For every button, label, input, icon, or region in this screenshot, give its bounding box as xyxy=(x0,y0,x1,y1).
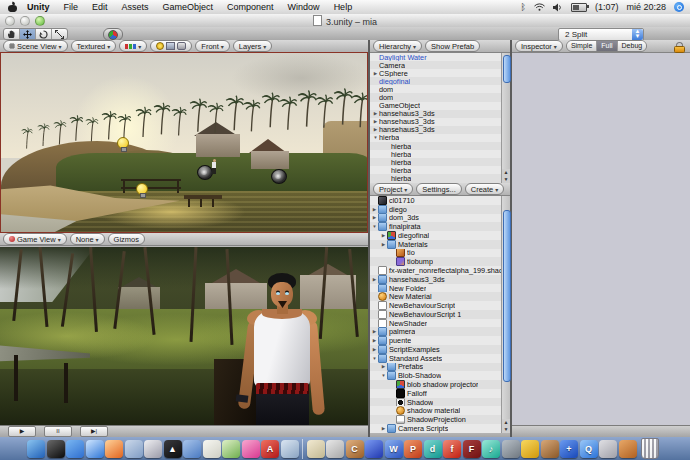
expand-arrow-icon[interactable]: ▼ xyxy=(380,373,387,378)
project-item-new-material[interactable]: New Material xyxy=(370,292,501,301)
hierarchy-scroll-thumb[interactable] xyxy=(503,55,511,83)
menu-window[interactable]: Window xyxy=(288,2,320,12)
project-item-shadowprojection[interactable]: ShadowProjection xyxy=(370,415,501,424)
expand-arrow-icon[interactable]: ▶ xyxy=(371,207,378,212)
expand-arrow-icon[interactable]: ▶ xyxy=(380,364,387,369)
menu-gameobject[interactable]: GameObject xyxy=(163,2,214,12)
project-item-newbehaviourscript[interactable]: NewBehaviourScript xyxy=(370,301,501,310)
project-item-newshader[interactable]: NewShader xyxy=(370,319,501,328)
hierarchy-item-hierba[interactable]: hierba xyxy=(370,166,501,174)
spotlight-icon[interactable] xyxy=(674,2,684,12)
hierarchy-item-daylight-water[interactable]: Daylight Water xyxy=(370,53,501,61)
menu-assets[interactable]: Assets xyxy=(122,2,149,12)
dock-freehand[interactable]: F xyxy=(463,440,481,458)
aspect-dropdown[interactable]: None▾ xyxy=(70,233,105,245)
menu-file[interactable]: File xyxy=(64,2,79,12)
light-gizmo-icon[interactable] xyxy=(117,137,128,148)
shading-mode-dropdown[interactable]: Textured▾ xyxy=(71,40,117,52)
project-item-fx-water-nonreflectalpha-199-shader[interactable]: fx-water_nonreflectalpha_199.shader xyxy=(370,266,501,275)
scene-viewport[interactable] xyxy=(0,52,368,233)
game-viewport[interactable] xyxy=(0,247,368,425)
volume-icon[interactable] xyxy=(553,3,563,12)
apple-menu-icon[interactable] xyxy=(8,3,17,12)
project-item-hansehaus3-3ds[interactable]: ▶hansehaus3_3ds xyxy=(370,275,501,284)
project-item-blob-shadow[interactable]: ▼Blob-Shadow xyxy=(370,371,501,380)
show-prefab-button[interactable]: Show Prefab xyxy=(425,40,480,52)
trash-icon[interactable] xyxy=(641,438,659,459)
layers-dropdown[interactable]: Layers▾ xyxy=(233,40,273,52)
project-item-newbehaviourscript-1[interactable]: NewBehaviourScript 1 xyxy=(370,310,501,319)
project-item-cl01710[interactable]: cl01710 xyxy=(370,196,501,205)
dock-quicktime[interactable]: Q xyxy=(580,440,598,458)
light-gizmo-icon-2[interactable] xyxy=(136,183,147,194)
dock-notes[interactable] xyxy=(307,440,325,458)
project-item-prefabs[interactable]: ▶Prefabs xyxy=(370,363,501,372)
hierarchy-item-hansehaus3-3ds[interactable]: ▶hansehaus3_3ds xyxy=(370,126,501,134)
hierarchy-item-hierba[interactable]: hierba xyxy=(370,158,501,166)
dock-rocket-photo[interactable] xyxy=(281,440,299,458)
lock-icon[interactable] xyxy=(674,42,684,51)
dock-kangaroo-app[interactable] xyxy=(619,440,637,458)
hierarchy-item-hierba[interactable]: hierba xyxy=(370,142,501,150)
menu-help[interactable]: Help xyxy=(334,2,353,12)
project-item-diego[interactable]: ▶diego xyxy=(370,205,501,214)
dock-flash[interactable]: f xyxy=(443,440,461,458)
play-button[interactable]: ▶ xyxy=(8,426,36,437)
scene-lighting-icon[interactable] xyxy=(156,42,164,50)
project-item-dom-3ds[interactable]: ▶dom_3ds xyxy=(370,214,501,223)
dock-white-flower[interactable] xyxy=(203,440,221,458)
pan-tool-icon[interactable] xyxy=(4,29,20,39)
render-mode-dropdown[interactable]: ▾ xyxy=(119,40,147,52)
dock-itunes[interactable]: ♪ xyxy=(482,440,500,458)
gizmos-button[interactable]: Gizmos xyxy=(108,233,145,245)
scene-camera-dropdown[interactable]: Front▾ xyxy=(195,40,230,52)
hierarchy-item-csphere[interactable]: ▶CSphere xyxy=(370,69,501,77)
hierarchy-item-dom[interactable]: dom xyxy=(370,93,501,101)
expand-arrow-icon[interactable]: ▶ xyxy=(380,233,387,238)
skybox-icon[interactable] xyxy=(166,42,175,50)
dock-blue-grid-app[interactable]: + xyxy=(560,440,578,458)
dock-iphoto[interactable] xyxy=(144,440,162,458)
rotate-tool-icon[interactable] xyxy=(36,29,52,39)
expand-arrow-icon[interactable]: ▶ xyxy=(380,242,387,247)
hierarchy-item-hansehaus3-3ds[interactable]: ▶hansehaus3_3ds xyxy=(370,110,501,118)
scale-tool-icon[interactable] xyxy=(52,29,67,39)
audio-gizmo-icon-2[interactable] xyxy=(271,169,287,184)
menu-unity[interactable]: Unity xyxy=(27,2,50,12)
project-item-materials[interactable]: ▶Materials xyxy=(370,240,501,249)
expand-arrow-icon[interactable]: ▶ xyxy=(371,338,378,343)
hierarchy-item-hierba[interactable]: ▼hierba xyxy=(370,134,501,142)
expand-arrow-icon[interactable]: ▶ xyxy=(371,329,378,334)
menu-component[interactable]: Component xyxy=(227,2,274,12)
project-item-new-folder[interactable]: New Folder xyxy=(370,284,501,293)
dock-messenger[interactable] xyxy=(66,440,84,458)
step-button[interactable]: ▶| xyxy=(80,426,108,437)
project-item-tio[interactable]: tio xyxy=(370,249,501,258)
expand-arrow-icon[interactable]: ▶ xyxy=(371,277,378,282)
dock-pages[interactable] xyxy=(183,440,201,458)
inspector-dropdown[interactable]: Inspector▾ xyxy=(515,40,563,52)
dock-safari[interactable] xyxy=(86,440,104,458)
project-scroll-arrows[interactable]: ▲▼ xyxy=(501,419,510,433)
project-item-puente[interactable]: ▶puente xyxy=(370,336,501,345)
hierarchy-item-diegofinal[interactable]: diegofinal xyxy=(370,77,501,85)
scene-view-dropdown[interactable]: Scene View▾ xyxy=(3,40,68,52)
project-dropdown[interactable]: Project▾ xyxy=(373,183,413,195)
expand-arrow-icon[interactable]: ▼ xyxy=(371,224,378,229)
expand-arrow-icon[interactable]: ▶ xyxy=(372,119,379,124)
project-scroll-thumb[interactable] xyxy=(503,210,511,382)
project-item-shadow[interactable]: Shadow xyxy=(370,398,501,407)
expand-arrow-icon[interactable]: ▶ xyxy=(372,71,379,76)
dock-cinema4d[interactable]: C xyxy=(346,440,364,458)
project-item-scriptexamples[interactable]: ▶ScriptExamples xyxy=(370,345,501,354)
hierarchy-scrollbar[interactable] xyxy=(501,53,510,183)
hierarchy-item-dom[interactable]: dom xyxy=(370,85,501,93)
expand-arrow-icon[interactable]: ▶ xyxy=(372,111,379,116)
hierarchy-item-camera[interactable]: Camera xyxy=(370,61,501,69)
hierarchy-scroll-arrows[interactable]: ▲▼ xyxy=(501,169,510,183)
settings-button[interactable]: Settings... xyxy=(416,183,461,195)
inspector-mode-full[interactable]: Full xyxy=(597,41,617,51)
bluetooth-icon[interactable]: ᛒ xyxy=(521,2,526,12)
move-tool-icon[interactable] xyxy=(20,29,36,39)
game-view-dropdown[interactable]: Game View▾ xyxy=(3,233,67,245)
